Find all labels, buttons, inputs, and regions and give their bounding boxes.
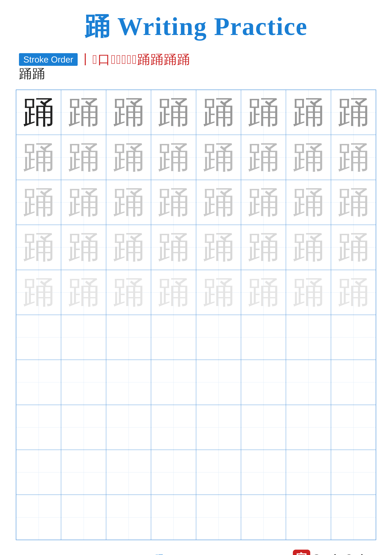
grid-cell[interactable] [331,450,376,495]
grid-cell[interactable]: 踊 [331,180,376,225]
grid-cell[interactable]: 踊 [61,270,106,315]
grid-cell[interactable] [16,315,61,360]
grid-cell[interactable] [151,405,196,450]
grid-cell[interactable]: 踊 [241,90,286,135]
grid-cell[interactable] [286,450,331,495]
grid-cell[interactable] [196,450,241,495]
grid-cell[interactable]: 踊 [196,90,241,135]
grid-cell[interactable]: 踊 [61,225,106,270]
grid-cell[interactable]: 踊 [16,90,61,135]
grid-cell[interactable]: 踊 [61,90,106,135]
grid-cell[interactable] [286,315,331,360]
practice-char: 踊 [292,142,324,173]
grid-cell[interactable] [331,405,376,450]
grid-cell[interactable] [106,315,151,360]
grid-cell[interactable] [61,315,106,360]
grid-cell[interactable]: 踊 [61,135,106,180]
stroke-step-5: 𠃎 [116,53,121,66]
grid-cell[interactable]: 踊 [331,135,376,180]
grid-cell[interactable] [16,495,61,540]
grid-cell[interactable]: 踊 [151,135,196,180]
page: 踊 Writing Practice Stroke Order 丨 𠃌 口 𠃋 … [0,0,392,555]
stroke-final-1: 踊 [19,67,32,80]
grid-cell[interactable]: 踊 [286,225,331,270]
grid-cell[interactable]: 踊 [106,225,151,270]
grid-cell[interactable] [286,405,331,450]
grid-cell[interactable] [241,315,286,360]
grid-cell[interactable] [196,405,241,450]
grid-cell[interactable]: 踊 [286,270,331,315]
grid-cell[interactable]: 踊 [151,90,196,135]
grid-cell[interactable] [61,495,106,540]
grid-cell[interactable]: 踊 [241,135,286,180]
grid-cell[interactable] [16,450,61,495]
grid-cell[interactable]: 踊 [286,180,331,225]
grid-cell[interactable]: 踊 [151,180,196,225]
practice-char: 踊 [292,96,324,128]
footer: https://www.strokeorder.com/chinese/踊 字 … [16,550,376,555]
grid-cell[interactable] [241,405,286,450]
grid-cell[interactable]: 踊 [196,225,241,270]
grid-cell[interactable] [241,360,286,405]
grid-cell[interactable] [286,495,331,540]
practice-char: 踊 [292,277,324,308]
grid-cell[interactable]: 踊 [16,225,61,270]
grid-cell[interactable]: 踊 [106,180,151,225]
grid-cell[interactable]: 踊 [241,180,286,225]
grid-cell[interactable]: 踊 [196,135,241,180]
grid-cell[interactable] [16,360,61,405]
grid-cell[interactable]: 踊 [196,180,241,225]
grid-cell[interactable] [16,405,61,450]
grid-cell[interactable] [151,495,196,540]
stroke-final-2: 踊 [32,67,45,80]
grid-cell[interactable] [286,360,331,405]
stroke-order-row: Stroke Order 丨 𠃌 口 𠃋 𠃎 𠄎 𠄑 𠄔 踊 踊 踊 踊 [19,53,376,66]
grid-cell[interactable] [196,495,241,540]
stroke-step-1: 丨 [79,53,92,66]
grid-cell[interactable] [106,360,151,405]
practice-char: 踊 [23,277,54,308]
practice-grid: 踊 踊 踊 踊 踊 踊 踊 踊 踊 踊 踊 踊 踊 踊 踊 踊 踊 踊 踊 踊 … [16,89,376,540]
grid-cell[interactable] [61,360,106,405]
grid-cell[interactable]: 踊 [106,90,151,135]
grid-cell[interactable] [241,495,286,540]
grid-cell[interactable] [61,450,106,495]
grid-cell[interactable]: 踊 [106,135,151,180]
practice-char: 踊 [203,142,234,173]
grid-cell[interactable] [61,405,106,450]
grid-cell[interactable] [151,360,196,405]
grid-cell[interactable]: 踊 [106,270,151,315]
practice-char: 踊 [158,277,189,308]
grid-cell[interactable]: 踊 [196,270,241,315]
practice-char: 踊 [113,232,144,263]
practice-char: 踊 [248,232,279,263]
grid-cell[interactable]: 踊 [241,225,286,270]
practice-char: 踊 [338,232,369,263]
grid-cell[interactable]: 踊 [286,135,331,180]
grid-cell[interactable] [106,450,151,495]
grid-cell[interactable] [196,315,241,360]
grid-cell[interactable] [331,495,376,540]
grid-cell[interactable]: 踊 [241,270,286,315]
practice-char: 踊 [68,232,100,263]
grid-cell[interactable] [331,360,376,405]
grid-cell[interactable]: 踊 [61,180,106,225]
footer-url[interactable]: https://www.strokeorder.com/chinese/踊 [19,553,163,555]
grid-cell[interactable]: 踊 [331,90,376,135]
grid-cell[interactable]: 踊 [331,270,376,315]
grid-cell[interactable]: 踊 [151,270,196,315]
practice-char: 踊 [203,277,234,308]
grid-cell[interactable]: 踊 [16,270,61,315]
grid-cell[interactable] [106,495,151,540]
grid-cell[interactable] [196,360,241,405]
grid-cell[interactable]: 踊 [151,225,196,270]
grid-cell[interactable] [331,315,376,360]
grid-cell[interactable]: 踊 [16,135,61,180]
grid-cell[interactable] [151,315,196,360]
grid-cell[interactable]: 踊 [331,225,376,270]
grid-cell[interactable] [241,450,286,495]
grid-cell[interactable]: 踊 [16,180,61,225]
grid-cell[interactable]: 踊 [286,90,331,135]
grid-cell[interactable] [151,450,196,495]
grid-cell[interactable] [106,405,151,450]
